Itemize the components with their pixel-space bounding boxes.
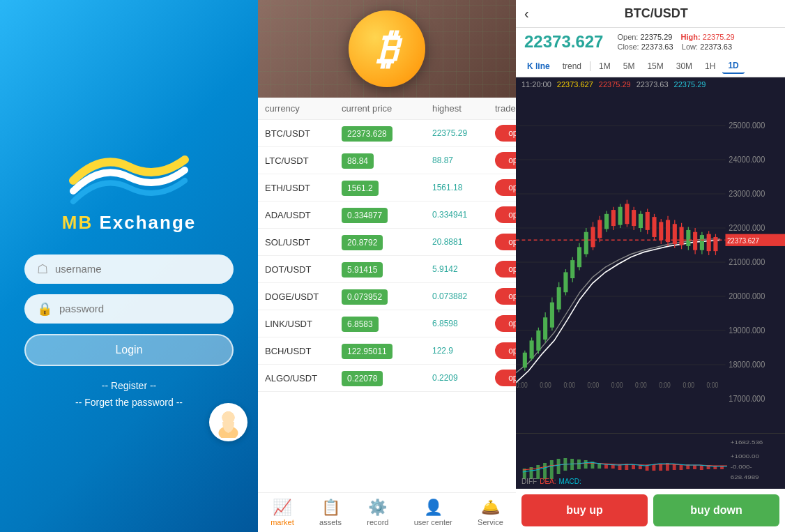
crypto-banner: ₿ [258, 0, 516, 98]
table-header: currency current price highest trade [258, 98, 516, 120]
bitcoin-coin: ₿ [349, 10, 425, 87]
table-rows-container: BTC/USDT 22373.628 22375.29 open LTC/USD… [258, 120, 516, 392]
record-icon: ⚙️ [368, 499, 387, 517]
auth-links: -- Register -- -- Forget the password -- [75, 380, 183, 408]
back-button[interactable]: ‹ [524, 6, 529, 22]
diff-label: DIFF [521, 478, 537, 485]
pair-name: ETH/USDT [265, 183, 342, 193]
nav-item-market[interactable]: 📈 market [270, 499, 294, 526]
logo-mb: MB [62, 212, 93, 233]
open-trade-button[interactable]: open [495, 206, 516, 223]
tab-5m[interactable]: 5M [618, 59, 641, 73]
nav-item-service[interactable]: 🛎️ Service [478, 499, 503, 526]
avatar-icon [213, 406, 244, 438]
price-badge: 5.91415 [342, 262, 383, 278]
open-trade-button[interactable]: open [495, 152, 516, 169]
chart-current-price: 22373.627 [524, 32, 603, 52]
mb-exchange-logo [59, 125, 199, 208]
user-center-icon: 👤 [424, 499, 443, 517]
open-trade-button[interactable]: open [495, 261, 516, 278]
high-val: 22375.29 [703, 33, 735, 41]
macd-indicator-labels: DIFF DEA: MACD: [521, 478, 581, 485]
table-row: SOL/USDT 20.8792 20.8881 open [258, 229, 516, 256]
open-label: Open: [617, 33, 638, 41]
high-label: High: [681, 33, 701, 41]
buy-down-button[interactable]: buy down [653, 494, 779, 526]
currency-table: currency current price highest trade BTC… [258, 98, 516, 492]
svg-text:0:00: 0:00 [635, 382, 647, 390]
open-trade-button[interactable]: open [495, 342, 516, 359]
table-row: ALGO/USDT 0.22078 0.2209 open [258, 365, 516, 392]
highest-val: 6.8598 [432, 319, 495, 328]
low-label: Low: [682, 43, 698, 51]
table-row: ETH/USDT 1561.2 1561.18 open [258, 174, 516, 202]
time-tabs-bar: K line trend 1M 5M 15M 30M 1H 1D [516, 56, 785, 77]
nav-item-record[interactable]: ⚙️ record [367, 499, 388, 526]
svg-text:23000.000: 23000.000 [729, 188, 765, 199]
open-trade-button[interactable]: open [495, 315, 516, 332]
nav-label-market: market [270, 518, 294, 526]
user-icon: ☖ [37, 261, 48, 277]
tab-kline[interactable]: K line [521, 59, 556, 73]
tab-1d[interactable]: 1D [722, 59, 744, 74]
svg-text:17000.000: 17000.000 [729, 393, 765, 404]
chart-header: ‹ BTC/USDT [516, 0, 785, 28]
open-trade-button[interactable]: open [495, 288, 516, 305]
header-highest: highest [432, 103, 495, 114]
highest-val: 0.334941 [432, 210, 495, 220]
pair-name: DOT/USDT [265, 264, 342, 275]
svg-text:19000.000: 19000.000 [729, 325, 765, 335]
password-input-group[interactable]: 🔒 [24, 294, 234, 324]
forget-password-link[interactable]: -- Forget the password -- [75, 397, 183, 408]
highest-val: 1561.18 [432, 183, 495, 192]
nav-item-assets[interactable]: 📋 assets [319, 499, 342, 526]
pair-name: BCH/USDT [265, 346, 342, 356]
nav-item-user-center[interactable]: 👤 user center [414, 499, 452, 526]
low-val: 22373.63 [700, 43, 732, 51]
stat-close: Close: 22373.63 Low: 22373.63 [617, 43, 734, 51]
svg-text:22373.627: 22373.627 [727, 236, 759, 245]
svg-rect-97 [570, 459, 574, 470]
buy-up-button[interactable]: buy up [521, 494, 648, 526]
password-input[interactable] [59, 303, 221, 314]
dea-label: DEA: [540, 478, 556, 485]
tab-1h[interactable]: 1H [699, 59, 721, 73]
highest-val: 22375.29 [432, 128, 495, 138]
svg-text:25000.000: 25000.000 [729, 120, 765, 130]
username-input-group[interactable]: ☖ [24, 254, 234, 284]
register-link[interactable]: -- Register -- [102, 380, 157, 391]
svg-rect-95 [557, 459, 561, 474]
table-row: DOGE/USDT 0.073952 0.073882 open [258, 283, 516, 310]
tab-30m[interactable]: 30M [671, 59, 698, 73]
price-badge: 20.8792 [342, 235, 383, 250]
highest-val: 122.9 [432, 346, 495, 356]
login-button[interactable]: Login [24, 334, 234, 366]
svg-text:628.4989: 628.4989 [731, 474, 759, 480]
open-trade-button[interactable]: open [495, 370, 516, 386]
highest-val: 20.8881 [432, 237, 495, 247]
chart-p4: 22375.29 [674, 80, 706, 89]
support-avatar[interactable] [209, 403, 247, 441]
svg-rect-116 [700, 465, 703, 470]
nav-label-assets: assets [319, 518, 342, 526]
open-trade-button[interactable]: open [495, 125, 516, 142]
logo-exchange: Exchange [93, 212, 196, 233]
right-panel: ‹ BTC/USDT 22373.627 Open: 22375.29 High… [516, 0, 785, 532]
open-trade-button[interactable]: open [495, 234, 516, 250]
price-badge: 1561.2 [342, 181, 379, 196]
tab-15m[interactable]: 15M [641, 59, 669, 73]
svg-rect-99 [584, 460, 588, 469]
table-row: BTC/USDT 22373.628 22375.29 open [258, 120, 516, 147]
tab-trend[interactable]: trend [557, 59, 587, 73]
stats-grid: Open: 22375.29 High: 22375.29 Close: 223… [617, 33, 734, 51]
tab-1m[interactable]: 1M [593, 59, 616, 73]
open-trade-button[interactable]: open [495, 179, 516, 196]
svg-text:22000.000: 22000.000 [729, 222, 765, 233]
username-input[interactable] [55, 263, 221, 275]
svg-rect-92 [536, 465, 540, 479]
nav-label-service: Service [478, 518, 503, 526]
tab-divider [590, 61, 590, 71]
middle-panel: ₿ currency current price highest trade B… [258, 0, 516, 532]
chart-stats-bar: 22373.627 Open: 22375.29 High: 22375.29 … [516, 28, 785, 56]
pair-name: LINK/USDT [265, 319, 342, 329]
